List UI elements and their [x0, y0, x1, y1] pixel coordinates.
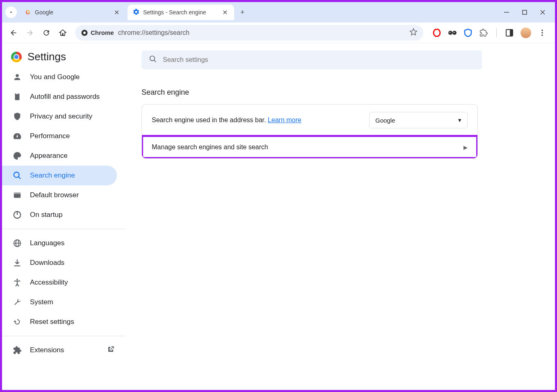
tab-title: Settings - Search engine — [143, 9, 217, 16]
address-bar[interactable]: Chrome chrome://settings/search — [75, 25, 423, 41]
search-icon — [13, 171, 22, 180]
kebab-menu-button[interactable] — [538, 28, 547, 37]
chip-label: Chrome — [91, 29, 114, 36]
sidebar-item-default-browser[interactable]: Default browser — [2, 185, 117, 205]
svg-rect-12 — [510, 30, 513, 36]
sidebar-item-search-engine[interactable]: Search engine — [2, 166, 117, 185]
extension-opera-icon[interactable] — [432, 28, 441, 37]
palette-icon — [13, 151, 22, 160]
extension-glasses-icon[interactable] — [448, 28, 457, 37]
svg-point-5 — [83, 32, 86, 34]
sidebar-item-label: Privacy and security — [30, 112, 92, 121]
svg-line-20 — [18, 177, 21, 179]
wrench-icon — [13, 298, 22, 307]
manage-search-engines-row[interactable]: Manage search engines and site search ▶ — [142, 136, 477, 158]
extension-shield-icon[interactable] — [463, 28, 473, 37]
sidebar-item-reset[interactable]: Reset settings — [2, 312, 117, 332]
sidebar-item-on-startup[interactable]: On startup — [2, 205, 117, 225]
tab-title: Google — [35, 9, 109, 16]
sidebar-item-downloads[interactable]: Downloads — [2, 253, 117, 273]
select-value: Google — [375, 117, 395, 124]
search-engine-row: Search engine used in the address bar. L… — [142, 105, 477, 136]
chrome-icon — [81, 29, 88, 36]
side-panel-button[interactable] — [505, 28, 514, 37]
close-tab-button[interactable]: ✕ — [221, 8, 229, 17]
browser-tab-settings[interactable]: Settings - Search engine ✕ — [128, 5, 234, 20]
power-icon — [13, 210, 22, 219]
sidebar-item-label: Performance — [30, 132, 70, 140]
reload-button[interactable] — [39, 25, 54, 40]
extensions-menu-button[interactable] — [479, 28, 488, 37]
sidebar-item-languages[interactable]: Languages — [2, 233, 117, 253]
sidebar-item-autofill[interactable]: Autofill and passwords — [2, 87, 117, 107]
person-icon — [13, 73, 22, 82]
sidebar-item-you-and-google[interactable]: You and Google — [2, 67, 117, 87]
settings-title: Settings — [27, 50, 66, 63]
minimize-button[interactable] — [502, 8, 511, 16]
learn-more-link[interactable]: Learn more — [268, 116, 301, 123]
browser-tabstrip: G Google ✕ Settings - Search engine ✕ + — [2, 2, 555, 23]
sidebar-item-label: Default browser — [30, 191, 79, 199]
close-window-button[interactable] — [539, 8, 547, 16]
svg-point-19 — [14, 172, 19, 178]
svg-point-7 — [448, 31, 452, 35]
svg-point-28 — [16, 279, 18, 280]
browser-icon — [13, 191, 22, 200]
gear-icon — [132, 8, 140, 17]
tab-search-button[interactable] — [5, 7, 17, 18]
search-icon — [149, 55, 157, 65]
section-title: Search engine — [142, 88, 539, 97]
browser-tab-google[interactable]: G Google ✕ — [19, 5, 126, 20]
sidebar-item-performance[interactable]: Performance — [2, 126, 117, 146]
globe-icon — [13, 239, 22, 248]
chrome-logo-icon — [11, 52, 22, 62]
maximize-button[interactable] — [520, 8, 529, 16]
speedometer-icon — [13, 132, 22, 141]
clipboard-icon — [13, 92, 22, 101]
close-tab-button[interactable]: ✕ — [112, 8, 121, 17]
sidebar-item-label: Autofill and passwords — [30, 93, 100, 101]
sidebar-separator — [2, 336, 125, 336]
svg-point-13 — [541, 30, 543, 31]
sidebar-item-extensions[interactable]: Extensions — [2, 340, 125, 360]
reset-icon — [13, 317, 22, 326]
home-button[interactable] — [55, 25, 70, 40]
svg-point-9 — [450, 32, 450, 32]
svg-point-8 — [452, 31, 457, 35]
sidebar-item-privacy[interactable]: Privacy and security — [2, 107, 117, 126]
settings-sidebar: Settings You and Google Autofill and pas… — [2, 43, 125, 390]
svg-rect-1 — [523, 10, 527, 14]
bookmark-button[interactable] — [409, 28, 418, 38]
google-favicon-icon: G — [24, 9, 32, 16]
svg-point-14 — [541, 32, 543, 34]
sidebar-item-label: Downloads — [30, 259, 64, 267]
window-controls — [498, 8, 552, 16]
sidebar-item-appearance[interactable]: Appearance — [2, 146, 117, 166]
sidebar-item-system[interactable]: System — [2, 292, 117, 312]
svg-point-6 — [434, 29, 440, 36]
svg-point-16 — [16, 74, 18, 77]
row-text: Manage search engines and site search — [152, 144, 268, 151]
chrome-chip: Chrome — [81, 29, 114, 36]
settings-search-input[interactable] — [163, 56, 475, 64]
profile-avatar[interactable] — [520, 27, 531, 38]
forward-button[interactable] — [23, 25, 37, 40]
new-tab-button[interactable]: + — [236, 6, 249, 19]
svg-line-30 — [154, 60, 156, 62]
sidebar-item-label: You and Google — [30, 73, 80, 81]
sidebar-separator — [2, 229, 125, 229]
settings-search[interactable] — [142, 50, 482, 69]
back-button[interactable] — [6, 25, 21, 40]
sidebar-item-label: Languages — [30, 239, 64, 247]
chevron-right-icon: ▶ — [463, 144, 468, 150]
sidebar-item-label: Extensions — [30, 346, 64, 354]
sidebar-item-label: Reset settings — [30, 318, 74, 326]
shield-icon — [13, 112, 22, 121]
search-engine-select[interactable]: Google ▾ — [369, 112, 468, 128]
settings-main: Search engine Search engine used in the … — [125, 43, 555, 390]
sidebar-item-label: Accessibility — [30, 278, 68, 287]
sidebar-item-accessibility[interactable]: Accessibility — [2, 273, 117, 292]
puzzle-icon — [13, 346, 22, 355]
sidebar-item-label: System — [30, 298, 53, 306]
toolbar-divider — [496, 28, 497, 37]
